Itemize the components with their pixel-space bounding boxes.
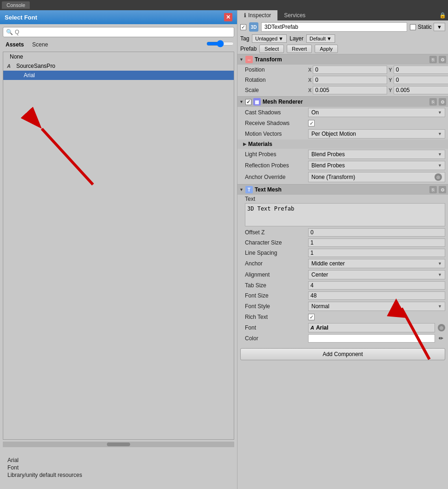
tab-size-input[interactable]	[308, 281, 445, 290]
motion-vectors-arrow: ▼	[438, 132, 442, 136]
layer-dropdown[interactable]: Default ▼	[306, 34, 335, 43]
light-probes-label: Light Probes	[245, 151, 305, 158]
motion-vectors-row: Motion Vectors Per Object Motion ▼	[237, 128, 448, 139]
mesh-copy-btn[interactable]: ⎘	[429, 98, 437, 106]
scrollbar-thumb	[107, 443, 130, 446]
dialog-title: Select Font	[5, 14, 37, 21]
zoom-slider[interactable]	[206, 40, 234, 49]
textmesh-copy-btn[interactable]: ⎘	[429, 186, 437, 193]
tag-value: Untagged	[255, 36, 277, 41]
static-text: Static	[418, 24, 432, 30]
char-size-value	[308, 238, 445, 247]
anchor-label: Anchor	[245, 260, 305, 267]
rich-text-checkbox[interactable]: ✓	[308, 314, 315, 320]
cast-shadows-label: Cast Shadows	[245, 109, 305, 116]
mesh-actions: ⎘ ⚙	[429, 98, 446, 106]
tab-console[interactable]: Console	[2, 1, 30, 9]
lock-icon[interactable]: 🔒	[439, 12, 446, 19]
list-item-arial[interactable]: Arial	[3, 71, 234, 80]
mesh-settings-btn[interactable]: ⚙	[439, 98, 446, 106]
mesh-active-checkbox[interactable]: ✓	[245, 99, 251, 105]
text-textarea[interactable]: 3D Text Prefab	[245, 203, 445, 226]
static-checkbox[interactable]	[410, 24, 416, 30]
layer-label: Layer	[290, 35, 303, 42]
rotation-label: Rotation	[245, 77, 305, 83]
font-a-icon: A	[310, 325, 314, 330]
reflection-probes-text: Blend Probes	[311, 162, 345, 169]
materials-header[interactable]: ▶ Materials	[237, 139, 448, 149]
font-value-text: Arial	[316, 324, 433, 331]
text-area-row: Text 3D Text Prefab	[237, 195, 448, 227]
mesh-renderer-header[interactable]: ▼ ✓ ▦ Mesh Renderer ⎘ ⚙	[237, 97, 448, 107]
mesh-renderer-title: Mesh Renderer	[263, 99, 303, 105]
scrollbar[interactable]	[3, 442, 234, 447]
none-label: None	[10, 53, 23, 60]
pos-x-input[interactable]	[313, 66, 387, 74]
cast-shadows-text: On	[311, 109, 319, 116]
assets-tab[interactable]: Assets	[3, 40, 26, 49]
char-size-label: Character Size	[245, 239, 305, 246]
line-spacing-input[interactable]	[308, 249, 445, 257]
mesh-renderer-section: ▼ ✓ ▦ Mesh Renderer ⎘ ⚙ Cast Shadows On …	[237, 97, 448, 183]
select-font-dialog: Select Font ✕ 🔍 Assets Scene No	[0, 10, 237, 489]
object-active-checkbox[interactable]: ✓	[240, 24, 246, 30]
rot-y-input[interactable]	[394, 76, 448, 84]
font-size-label: Font Size	[245, 292, 305, 299]
tab-services[interactable]: Services	[277, 10, 312, 20]
text-mesh-header[interactable]: ▼ T Text Mesh ⎘ ⚙	[237, 185, 448, 195]
color-row: Color ✏	[237, 333, 448, 344]
search-icon: 🔍	[6, 29, 13, 35]
add-component-button[interactable]: Add Component	[240, 348, 445, 360]
char-size-row: Character Size	[237, 238, 448, 248]
textmesh-settings-btn[interactable]: ⚙	[439, 186, 446, 193]
motion-vectors-dropdown[interactable]: Per Object Motion ▼	[308, 129, 445, 139]
cast-shadows-dropdown[interactable]: On ▼	[308, 108, 445, 117]
color-field[interactable]	[308, 334, 435, 343]
scale-y-input[interactable]	[394, 86, 448, 94]
char-size-input[interactable]	[308, 238, 445, 247]
apply-button[interactable]: Apply	[315, 45, 338, 53]
transform-header[interactable]: ▼ ↔ Transform ⎘ ⚙	[237, 54, 448, 65]
motion-vectors-text: Per Object Motion	[311, 131, 356, 137]
rich-text-check: ✓	[310, 314, 314, 320]
color-edit-button[interactable]: ✏	[437, 335, 445, 342]
dialog-close-button[interactable]: ✕	[224, 13, 232, 21]
alignment-dropdown[interactable]: Center ▼	[308, 270, 445, 279]
rot-x-input[interactable]	[313, 76, 387, 84]
font-size-input[interactable]	[308, 291, 445, 300]
tab-inspector[interactable]: ℹ Inspector	[237, 10, 277, 20]
select-button[interactable]: Select	[259, 45, 284, 53]
transform-title: Transform	[255, 56, 282, 63]
search-input[interactable]	[15, 29, 231, 35]
reflection-probes-value: Blend Probes ▼	[308, 161, 445, 170]
revert-button[interactable]: Revert	[287, 45, 312, 53]
mesh-checkbox-check: ✓	[246, 99, 250, 105]
font-style-dropdown[interactable]: Normal ▼	[308, 302, 445, 311]
pos-y-input[interactable]	[394, 66, 448, 74]
font-target-button[interactable]: ◎	[438, 324, 445, 331]
rot-x-label: X	[308, 77, 311, 83]
static-dropdown[interactable]: ▼	[434, 23, 445, 31]
object-name-input[interactable]	[261, 22, 407, 32]
list-item-sourcesanspro[interactable]: A SourceSansPro	[3, 61, 234, 71]
receive-shadows-checkbox[interactable]: ✓	[308, 120, 315, 126]
anchor-dropdown[interactable]: Middle center ▼	[308, 259, 445, 268]
pos-y-label: Y	[389, 67, 392, 73]
sourcesanspro-label: SourceSansPro	[16, 63, 55, 69]
tabs-row: Assets Scene	[3, 39, 234, 50]
anchor-override-dropdown[interactable]: None (Transform) ◎	[308, 172, 445, 182]
transform-copy-btn[interactable]: ⎘	[429, 56, 437, 63]
color-value: ✏	[308, 334, 445, 343]
tag-dropdown[interactable]: Untagged ▼	[252, 34, 287, 43]
font-list: None A SourceSansPro Arial	[3, 52, 234, 440]
inspector-tabs: ℹ Inspector Services 🔒	[237, 10, 448, 20]
list-item-none[interactable]: None	[3, 52, 234, 61]
tag-dropdown-arrow: ▼	[278, 36, 283, 41]
transform-settings-btn[interactable]: ⚙	[439, 56, 446, 63]
reflection-probes-dropdown[interactable]: Blend Probes ▼	[308, 161, 445, 170]
light-probes-dropdown[interactable]: Blend Probes ▼	[308, 150, 445, 159]
scene-tab[interactable]: Scene	[29, 40, 51, 49]
anchor-override-target-btn[interactable]: ◎	[435, 173, 442, 181]
offset-z-input[interactable]	[308, 228, 445, 237]
scale-x-input[interactable]	[313, 86, 387, 94]
